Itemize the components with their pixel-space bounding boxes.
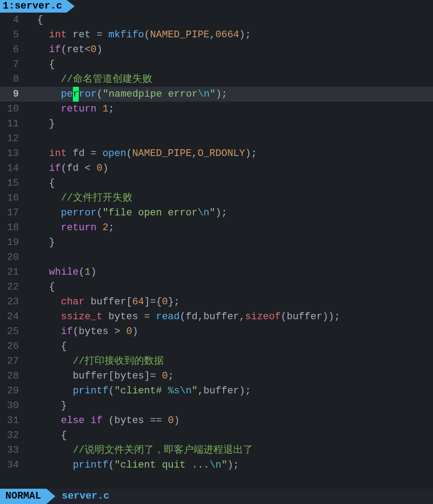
status-bar: NORMAL server.c	[0, 489, 433, 504]
line-number: 33	[0, 443, 25, 458]
code-content: perror("file open error\n");	[25, 205, 227, 220]
code-line[interactable]: 21 while(1)	[0, 265, 433, 280]
line-number: 15	[0, 176, 25, 191]
line-number: 19	[0, 235, 25, 250]
code-line[interactable]: 11 }	[0, 116, 433, 131]
code-line[interactable]: 14 if(fd < 0)	[0, 161, 433, 176]
buffer-tab-active[interactable]: 1: server.c	[0, 0, 67, 13]
line-number: 17	[0, 205, 25, 220]
code-content: if(ret<0)	[25, 42, 103, 57]
line-number: 10	[0, 102, 25, 116]
code-line[interactable]: 16 //文件打开失败	[0, 191, 433, 205]
code-line[interactable]: 25 if(bytes > 0)	[0, 324, 433, 339]
code-content: char buffer[64]={0};	[25, 294, 180, 309]
code-line[interactable]: 19 }	[0, 235, 433, 250]
line-number: 13	[0, 146, 25, 161]
code-content: if(fd < 0)	[25, 161, 108, 176]
buffer-tab-bar: 1: server.c	[0, 0, 433, 13]
line-number: 4	[0, 13, 25, 27]
line-number: 31	[0, 413, 25, 428]
code-line[interactable]: 7 {	[0, 57, 433, 72]
code-line[interactable]: 26 {	[0, 339, 433, 354]
code-content: if(bytes > 0)	[25, 324, 138, 339]
code-content: //命名管道创建失败	[25, 72, 152, 87]
line-number: 29	[0, 384, 25, 398]
line-number: 27	[0, 354, 25, 369]
line-number: 32	[0, 428, 25, 443]
code-content: {	[25, 280, 55, 294]
line-number: 16	[0, 191, 25, 205]
code-line[interactable]: 27 //打印接收到的数据	[0, 354, 433, 369]
mode-indicator: NORMAL	[0, 489, 46, 504]
code-line[interactable]: 24 ssize_t bytes = read(fd,buffer,sizeof…	[0, 309, 433, 324]
code-content: printf("client# %s\n",buffer);	[25, 384, 251, 398]
code-content: {	[25, 57, 55, 72]
code-content: int ret = mkfifo(NAMED_PIPE,0664);	[25, 27, 251, 42]
line-number: 26	[0, 339, 25, 354]
code-content: }	[25, 398, 67, 413]
code-line[interactable]: 8 //命名管道创建失败	[0, 72, 433, 87]
code-line[interactable]: 12	[0, 131, 433, 146]
code-line[interactable]: 9 perror("namedpipe error\n");	[0, 87, 433, 102]
code-content: else if (bytes == 0)	[25, 413, 180, 428]
code-line[interactable]: 30 }	[0, 398, 433, 413]
code-line[interactable]: 13 int fd = open(NAMED_PIPE,O_RDONLY);	[0, 146, 433, 161]
code-line[interactable]: 10 return 1;	[0, 102, 433, 116]
code-line[interactable]: 15 {	[0, 176, 433, 191]
code-line[interactable]: 32 {	[0, 428, 433, 443]
code-content: int fd = open(NAMED_PIPE,O_RDONLY);	[25, 146, 257, 161]
code-line[interactable]: 5 int ret = mkfifo(NAMED_PIPE,0664);	[0, 27, 433, 42]
code-content: ssize_t bytes = read(fd,buffer,sizeof(bu…	[25, 309, 340, 324]
code-line[interactable]: 17 perror("file open error\n");	[0, 205, 433, 220]
code-line[interactable]: 18 return 2;	[0, 220, 433, 235]
line-number: 25	[0, 324, 25, 339]
code-content: }	[25, 235, 55, 250]
code-line[interactable]: 22 {	[0, 280, 433, 294]
line-number: 12	[0, 131, 25, 146]
code-line[interactable]: 20	[0, 250, 433, 265]
code-line[interactable]: 28 buffer[bytes]= 0;	[0, 369, 433, 384]
code-line[interactable]: 4 {	[0, 13, 433, 27]
code-content: while(1)	[25, 265, 96, 280]
code-content: printf("client quit ...\n");	[25, 458, 239, 473]
code-content: {	[25, 13, 43, 27]
code-line[interactable]: 31 else if (bytes == 0)	[0, 413, 433, 428]
line-number: 14	[0, 161, 25, 176]
code-content: buffer[bytes]= 0;	[25, 369, 174, 384]
code-line[interactable]: 34 printf("client quit ...\n");	[0, 458, 433, 473]
line-number: 21	[0, 265, 25, 280]
status-filename: server.c	[46, 489, 109, 504]
line-number: 9	[0, 87, 25, 102]
line-number: 23	[0, 294, 25, 309]
line-number: 24	[0, 309, 25, 324]
code-line[interactable]: 29 printf("client# %s\n",buffer);	[0, 384, 433, 398]
cursor: r	[73, 87, 79, 102]
line-number: 5	[0, 27, 25, 42]
code-content: return 1;	[25, 102, 114, 116]
code-editor[interactable]: 4 {5 int ret = mkfifo(NAMED_PIPE,0664);6…	[0, 13, 433, 473]
code-content: }	[25, 116, 55, 131]
code-content: //打印接收到的数据	[25, 354, 164, 369]
line-number: 6	[0, 42, 25, 57]
code-line[interactable]: 6 if(ret<0)	[0, 42, 433, 57]
line-number: 7	[0, 57, 25, 72]
code-line[interactable]: 23 char buffer[64]={0};	[0, 294, 433, 309]
code-content: return 2;	[25, 220, 114, 235]
line-number: 30	[0, 398, 25, 413]
line-number: 22	[0, 280, 25, 294]
code-content: perror("namedpipe error\n");	[25, 87, 227, 102]
line-number: 8	[0, 72, 25, 87]
line-number: 20	[0, 250, 25, 265]
buffer-tab-index: 1	[3, 0, 9, 13]
code-content: {	[25, 428, 67, 443]
code-content: //文件打开失败	[25, 191, 132, 205]
code-content: {	[25, 339, 67, 354]
line-number: 28	[0, 369, 25, 384]
code-content: {	[25, 176, 55, 191]
line-number: 18	[0, 220, 25, 235]
line-number: 11	[0, 116, 25, 131]
line-number: 34	[0, 458, 25, 473]
code-line[interactable]: 33 //说明文件关闭了，即客户端进程退出了	[0, 443, 433, 458]
code-content: //说明文件关闭了，即客户端进程退出了	[25, 443, 253, 458]
buffer-tab-filename: server.c	[14, 0, 62, 13]
